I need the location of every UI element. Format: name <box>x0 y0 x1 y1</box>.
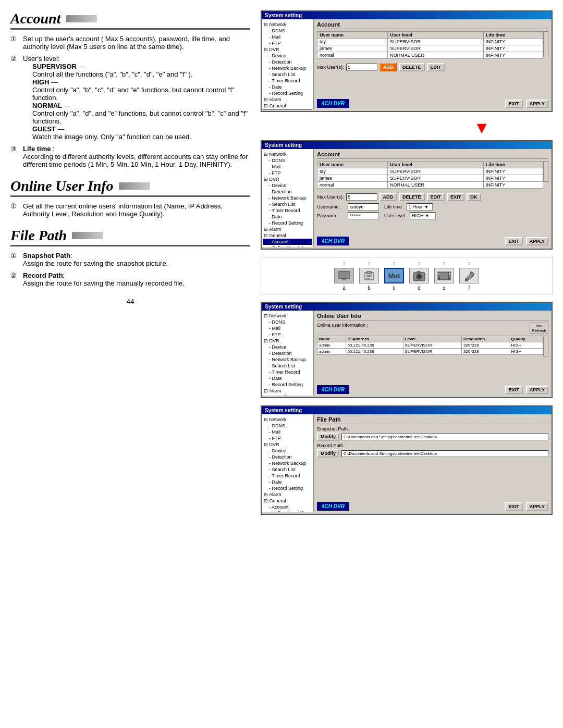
window3-tree: ⊟ Network - DDNS - Mail - FTP ⊟ DVR - De… <box>262 311 314 396</box>
svg-rect-4 <box>367 272 371 274</box>
tree-netbackup: - Network Backup <box>263 65 312 71</box>
window1-body: ⊟ Network - DDNS - Mail - FTP ⊟ DVR - De… <box>262 19 552 109</box>
password-input[interactable]: ****** <box>348 212 379 219</box>
filepath-item-2: ② Record Path: Assign the route for savi… <box>10 272 250 287</box>
filepath-section: File Path ① Snapshot Path: Assign the ro… <box>10 227 250 287</box>
arrow-c: ↑ <box>393 261 396 266</box>
mid-text: Mid <box>388 272 400 280</box>
tree2-onlineuser[interactable]: - Online User Info <box>263 245 312 247</box>
icon-b[interactable] <box>359 268 379 283</box>
svg-rect-2 <box>340 280 348 280</box>
window4-footer: 4CH DVR EXIT APPLY <box>314 500 552 512</box>
arrow-f: ↑ <box>468 261 471 266</box>
icon-item-f: ↑ f <box>459 261 479 291</box>
tree-device: - Device <box>263 53 312 59</box>
exit-button-4[interactable]: EXIT <box>505 502 523 511</box>
icon-e[interactable] <box>434 268 454 283</box>
apply-button-4[interactable]: APPLY <box>526 502 548 511</box>
dvr-badge-2: 4CH DVR <box>317 237 349 245</box>
w2-exit-btn[interactable]: EXIT <box>447 193 464 201</box>
tree-alarm: ⊟ Alarm <box>263 96 312 103</box>
w2-ok-btn[interactable]: OK <box>467 193 481 201</box>
scrollbar-2[interactable] <box>543 161 548 182</box>
svg-rect-17 <box>449 273 450 275</box>
table-row: taySUPERVISORINFINITY <box>317 39 543 45</box>
high-level: HIGH — Control only "a", "b", "c", "d" a… <box>32 78 250 102</box>
info-refresh-btn[interactable]: InfoRefresh <box>530 323 548 334</box>
window1-footer-right: EXIT APPLY <box>505 100 548 108</box>
w2-delete-btn[interactable]: DELETE <box>399 193 425 201</box>
online-table: Name IP Address Level Resolution Quality <box>317 336 543 355</box>
edit-button[interactable]: EDIT <box>427 63 445 71</box>
record-label: Record Path <box>23 272 63 279</box>
table-row: jamesSUPERVISORINFINITY <box>317 175 543 182</box>
exit-button-3[interactable]: EXIT <box>505 386 523 394</box>
window2-footer: 4CH DVR EXIT APPLY <box>314 235 552 247</box>
wrench-icon <box>462 270 476 281</box>
online-section: Online User Info ① Get all the current o… <box>10 178 250 218</box>
life-time-text: According to different authority levels,… <box>23 153 250 168</box>
user-levels: User's level: SUPERVISOR — Control all t… <box>23 55 250 141</box>
lifetime-select[interactable]: 1 Hour ▼ <box>407 203 433 211</box>
apply-button-2[interactable]: APPLY <box>526 237 548 245</box>
window4-body: ⊟ Network - DDNS - Mail - FTP ⊟ DVR - De… <box>262 414 552 512</box>
icon-a[interactable] <box>334 268 354 283</box>
window1-content: Account User name User level Life time <box>314 19 552 97</box>
apply-button-1[interactable]: APPLY <box>526 100 548 108</box>
tree-detection: - Detection <box>263 59 312 65</box>
tree-dvr: ⊟ DVR <box>263 46 312 53</box>
userlevel-select[interactable]: HIGH ▼ <box>410 212 436 219</box>
tree-ddns: - DDNS <box>263 28 312 34</box>
icon-label-d: d <box>418 285 421 291</box>
window3-body: ⊟ Network - DDNS - Mail - FTP ⊟ DVR - De… <box>262 311 552 396</box>
window4-panel-title: File Path <box>317 416 548 424</box>
account-table-1: User name User level Life time taySUPERV… <box>317 31 543 59</box>
title-bar-decoration <box>66 15 97 22</box>
add-button[interactable]: ADD <box>380 63 397 71</box>
account-item-1: ① Set up the user's account ( Max 5 acco… <box>10 35 250 51</box>
table-row: admin60.121.46.236SUPERVISOR320*228HIGH <box>317 349 543 355</box>
exit-button-1[interactable]: EXIT <box>505 100 523 108</box>
window2-content: Account User name User level Life time <box>314 149 552 235</box>
icon-d[interactable] <box>409 268 429 283</box>
icon-f[interactable] <box>459 268 479 283</box>
username-input[interactable]: cateye <box>348 203 379 211</box>
record-modify-btn[interactable]: Modify <box>317 449 339 458</box>
tree-date: - Date <box>263 84 312 90</box>
svg-rect-16 <box>438 276 439 277</box>
icon-label-b: b <box>368 285 371 291</box>
password-row: Password : ****** User level : HIGH ▼ <box>317 212 548 219</box>
snapshot-path-value: C:\Documents and Settings\catherine.lee\… <box>341 434 548 440</box>
tree-mail: - Mail <box>263 34 312 40</box>
filepath-title: File Path <box>10 227 250 246</box>
normal-level: NORMAL — Control only "a", "d", and "e" … <box>32 102 250 125</box>
icon-label-a: a <box>342 285 346 291</box>
scrollbar-3[interactable] <box>543 336 548 356</box>
window3-footer: 4CH DVR EXIT APPLY <box>314 384 552 396</box>
snapshot-modify-btn[interactable]: Modify <box>317 433 339 441</box>
apply-button-3[interactable]: APPLY <box>526 386 548 394</box>
exit-button-2[interactable]: EXIT <box>505 237 523 245</box>
window1-panel-title: Account <box>317 21 548 29</box>
max-users-label: Max User(s): <box>317 65 344 70</box>
record-path-label: Record Path : <box>317 443 548 448</box>
window2-tree: ⊟ Network - DDNS - Mail - FTP ⊟ DVR - De… <box>262 149 314 247</box>
window2-body: ⊟ Network - DDNS - Mail - FTP ⊟ DVR - De… <box>262 149 552 247</box>
w2-add-btn[interactable]: ADD <box>380 193 397 201</box>
window3-content: Online User Info Online user information… <box>314 311 552 384</box>
icon-c[interactable]: Mid <box>384 268 404 283</box>
w2-edit-btn[interactable]: EDIT <box>427 193 445 201</box>
scrollbar-1[interactable] <box>543 31 548 57</box>
window1-footer: 4CH DVR EXIT APPLY <box>314 97 552 109</box>
tree2-account[interactable]: - Account <box>263 239 312 245</box>
window4-content: File Path Snapshot Path : Modify C:\Docu… <box>314 414 552 500</box>
arrow-e: ↑ <box>443 261 446 266</box>
dvr-badge-4: 4CH DVR <box>317 502 349 511</box>
tree4-onlineuser[interactable]: - Online User Info <box>263 510 312 512</box>
tree-account[interactable]: - Account <box>263 109 312 109</box>
account-desc-1: Set up the user's account ( Max 5 accoun… <box>23 35 250 51</box>
tree4-account[interactable]: - Account <box>263 504 312 510</box>
delete-button[interactable]: DELETE <box>399 63 425 71</box>
username-row: Username : cateye Life time : 1 Hour ▼ <box>317 203 548 211</box>
svg-rect-0 <box>339 272 349 279</box>
